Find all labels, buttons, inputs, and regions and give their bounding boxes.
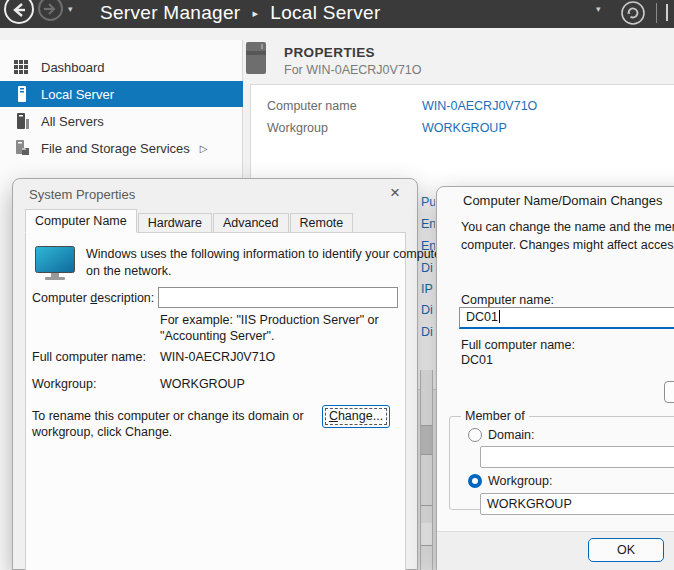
computer-name-label: Computer name: [461, 293, 554, 307]
divider [421, 505, 432, 506]
workgroup-input[interactable]: WORKGROUP [480, 493, 674, 515]
nav-dropdown-caret-icon[interactable]: ▾ [68, 4, 73, 14]
computer-name-domain-changes-dialog: Computer Name/Domain Changes You can cha… [436, 186, 674, 570]
workgroup-link[interactable]: WORKGROUP [422, 121, 507, 135]
rename-hint-text: To rename this computer or change its do… [32, 409, 304, 423]
expand-arrow-icon[interactable]: ▷ [200, 143, 208, 154]
sidebar-item-label: All Servers [41, 114, 104, 129]
sidebar-item-label: File and Storage Services [41, 141, 190, 156]
property-row: Computer name WIN-0AECRJ0V71O [267, 99, 537, 113]
scrollbar-thumb[interactable] [421, 425, 432, 455]
clipped-property-value: Di [421, 261, 435, 275]
intro-text: Windows uses the following information t… [86, 247, 445, 261]
computer-description-label: Computer description: [32, 291, 154, 305]
divider [421, 545, 432, 546]
scrollbar-segment [421, 523, 432, 545]
panel-subtitle: For WIN-0AECRJ0V71O [284, 63, 422, 77]
local-server-icon [14, 86, 32, 102]
breadcrumb-page: Local Server [270, 2, 380, 23]
domain-radio[interactable] [468, 428, 482, 442]
full-computer-name-value: DC01 [461, 353, 493, 367]
title-bar: ▾ Server Manager▸Local Server ▾ [0, 0, 674, 28]
toolbar-divider [656, 3, 657, 23]
sidebar-item-label: Dashboard [41, 60, 105, 75]
domain-input[interactable] [480, 446, 674, 468]
breadcrumb-app[interactable]: Server Manager [100, 2, 240, 23]
computer-description-input[interactable] [158, 287, 398, 308]
back-icon[interactable] [4, 0, 34, 24]
computer-name-tab-page: Windows uses the following information t… [25, 232, 406, 570]
full-computer-name-value: WIN-0AECRJ0V71O [160, 350, 275, 364]
close-icon[interactable]: × [381, 181, 409, 205]
manage-dropdown-caret-icon[interactable]: ▾ [596, 4, 601, 14]
text-cursor [499, 310, 500, 323]
ok-button[interactable]: OK [588, 538, 664, 562]
dialog-title: Computer Name/Domain Changes [463, 193, 662, 208]
domain-radio-label: Domain: [488, 428, 535, 442]
example-text: For example: "IIS Production Server" or [160, 313, 379, 327]
system-properties-dialog: System Properties × Computer Name Hardwa… [12, 178, 418, 570]
breadcrumb: Server Manager▸Local Server [100, 0, 381, 28]
tab-computer-name[interactable]: Computer Name [25, 209, 137, 233]
computer-name-input[interactable]: DC01 [459, 307, 674, 329]
dialog-body-text: computer. Changes might affect access to… [461, 238, 674, 252]
server-manager-window: Dashboard Local Server All Servers File … [0, 0, 674, 570]
more-button[interactable] [664, 381, 674, 403]
intro-text: on the network. [86, 264, 171, 278]
tab-advanced[interactable]: Advanced [213, 213, 289, 233]
dashboard-icon [14, 59, 32, 75]
full-computer-name-label: Full computer name: [461, 338, 575, 352]
workgroup-label: Workgroup: [32, 377, 96, 391]
property-row: Workgroup WORKGROUP [267, 121, 507, 135]
computer-name-input-value: DC01 [466, 310, 498, 324]
background-scrollbar[interactable] [420, 370, 433, 570]
sidebar-item-label: Local Server [41, 87, 114, 102]
notification-flag-icon[interactable] [666, 4, 668, 21]
change-button[interactable]: Change... [322, 405, 390, 428]
sidebar-item-all-servers[interactable]: All Servers [0, 108, 243, 134]
file-storage-services-icon [14, 140, 32, 156]
member-of-label: Member of [461, 409, 529, 423]
clipped-property-value: Pu [421, 195, 435, 209]
refresh-icon[interactable] [620, 0, 646, 26]
clipped-property-value: En [421, 217, 435, 231]
server-icon [246, 42, 266, 74]
rename-hint-text: workgroup, click Change. [32, 425, 172, 439]
computer-name-link[interactable]: WIN-0AECRJ0V71O [422, 99, 537, 113]
dialog-body-text: You can change the name and the membersh… [461, 220, 674, 234]
sidebar-item-file-storage-services[interactable]: File and Storage Services ▷ [0, 135, 243, 161]
example-text: "Accounting Server". [160, 329, 274, 343]
panel-title: PROPERTIES [284, 45, 375, 60]
tab-hardware[interactable]: Hardware [138, 213, 212, 233]
workgroup-radio-label: Workgroup: [488, 474, 552, 488]
sidebar-item-local-server[interactable]: Local Server [0, 81, 243, 107]
workgroup-radio[interactable] [468, 474, 482, 488]
property-label: Computer name [267, 99, 422, 113]
clipped-property-value: Di [421, 325, 435, 339]
workgroup-value: WORKGROUP [160, 377, 245, 391]
forward-icon[interactable] [38, 0, 63, 21]
clipped-property-value: IP [421, 282, 435, 296]
property-label: Workgroup [267, 121, 422, 135]
tab-remote[interactable]: Remote [290, 213, 354, 233]
breadcrumb-separator-icon: ▸ [252, 7, 258, 19]
clipped-property-value: Di [421, 303, 435, 317]
tab-strip: Computer Name Hardware Advanced Remote [25, 209, 354, 233]
sidebar-item-dashboard[interactable]: Dashboard [0, 54, 243, 80]
monitor-icon [35, 246, 75, 286]
dialog-title: System Properties [29, 187, 135, 202]
full-computer-name-label: Full computer name: [32, 350, 146, 364]
all-servers-icon [14, 113, 32, 129]
